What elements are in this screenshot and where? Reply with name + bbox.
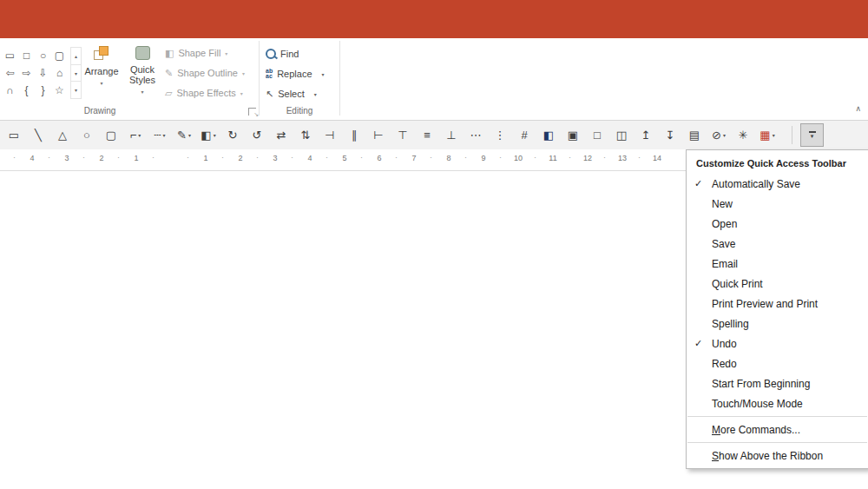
qat-customize-button[interactable]: ▾ xyxy=(800,123,824,147)
draw-pen-icon[interactable]: ✎▾ xyxy=(172,124,196,147)
overflow-caret-icon: ▾ xyxy=(811,134,814,139)
shape-cell-1-0[interactable]: ⇦ xyxy=(2,64,18,82)
shape-cell-1-1[interactable]: ⇨ xyxy=(18,64,35,82)
flip-horizontal-icon[interactable]: ⇄ xyxy=(269,124,293,147)
shape-cell-2-0[interactable]: ∩ xyxy=(2,82,18,99)
menu-item-label: Save xyxy=(710,238,735,250)
shape-cell-2-3[interactable]: ☆ xyxy=(51,82,68,99)
align-top-icon[interactable]: ⊤ xyxy=(391,124,415,147)
align-center-icon[interactable]: ∥ xyxy=(342,124,366,147)
dropdown-caret-icon: ▾ xyxy=(214,132,216,138)
shape-fill-icon[interactable]: ◧▾ xyxy=(196,124,220,147)
theme-color-icon[interactable]: ▦▾ xyxy=(755,124,779,147)
snap-to-grid-icon[interactable]: ✳ xyxy=(731,124,755,147)
find-icon xyxy=(266,49,276,59)
chevron-down-icon: ▾ xyxy=(322,71,325,77)
menu-item-label: Touch/Mouse Mode xyxy=(710,398,803,410)
menu-item-label: Automatically Save xyxy=(710,178,800,190)
rounded-rectangle-icon[interactable]: ▢ xyxy=(99,124,123,147)
shape-cell-0-0[interactable]: ▭ xyxy=(2,47,18,64)
shapes-gallery-scrollbar[interactable]: ▴ ▾ ▾ xyxy=(70,47,82,99)
send-backward-icon[interactable]: ↧ xyxy=(658,124,682,147)
shape-cell-1-3[interactable]: ⌂ xyxy=(51,64,68,82)
flip-vertical-icon[interactable]: ⇅ xyxy=(293,124,318,147)
menu-item-automatically-save[interactable]: ✓Automatically Save xyxy=(687,174,868,194)
quick-styles-icon xyxy=(135,46,150,60)
chevron-down-icon: ▾ xyxy=(314,91,317,97)
menu-item-start-from-beginning[interactable]: Start From Beginning xyxy=(687,373,868,393)
menu-item-save[interactable]: Save xyxy=(687,234,868,254)
menu-item-open[interactable]: Open xyxy=(687,214,868,234)
gallery-scroll-up-icon[interactable]: ▴ xyxy=(70,47,82,65)
shape-cell-0-2[interactable]: ○ xyxy=(35,47,51,64)
ruler-number: 5 xyxy=(338,154,352,162)
shape-cell-0-3[interactable]: ▢ xyxy=(51,47,68,64)
shape-fill-button[interactable]: ◧ Shape Fill ▾ xyxy=(165,44,227,62)
regroup-objects-icon[interactable]: ◫ xyxy=(609,124,634,147)
distribute-vertically-icon[interactable]: ⋮ xyxy=(488,124,512,147)
menu-item-label: Undo xyxy=(710,338,737,350)
ruler-tick: · xyxy=(499,153,502,162)
find-button[interactable]: Find xyxy=(266,45,299,63)
rectangle-icon[interactable]: ▭ xyxy=(2,124,26,147)
rotate-left-icon[interactable]: ↺ xyxy=(245,124,269,147)
title-bar xyxy=(0,0,868,38)
ruler-tick: · xyxy=(430,153,432,162)
menu-item-quick-print[interactable]: Quick Print xyxy=(687,274,868,294)
ungroup-objects-icon[interactable]: □ xyxy=(585,124,609,147)
ruler-number: 4 xyxy=(303,154,317,162)
align-left-icon[interactable]: ⊣ xyxy=(318,124,342,147)
line-icon[interactable]: ╲ xyxy=(26,124,50,147)
rotate-right-icon[interactable]: ↻ xyxy=(220,124,245,147)
no-fill-icon[interactable]: ⊘▾ xyxy=(707,124,731,147)
distribute-horizontally-icon[interactable]: ⋯ xyxy=(464,124,488,147)
line-dash-style-icon[interactable]: ┄▾ xyxy=(148,124,172,147)
view-gridlines-icon[interactable]: # xyxy=(512,124,536,147)
shapes-gallery[interactable]: ▭□○▢⇦⇨⇩⌂∩{}☆ xyxy=(2,47,69,99)
ruler-number: 6 xyxy=(372,154,386,162)
ruler-tick: · xyxy=(603,153,606,162)
menu-item-email[interactable]: Email xyxy=(687,254,868,274)
shape-outline-label: Shape Outline xyxy=(177,68,238,78)
drawing-dialog-launcher[interactable]: ↘ xyxy=(248,108,256,116)
group-separator xyxy=(259,41,260,116)
shape-effects-label: Shape Effects xyxy=(176,88,235,98)
shape-outline-icon: ✎ xyxy=(165,68,173,79)
gallery-scroll-down-icon[interactable]: ▾ xyxy=(70,65,82,83)
replace-button[interactable]: ab ac Replace ▾ xyxy=(266,65,325,83)
shape-cell-0-1[interactable]: □ xyxy=(18,47,35,64)
quick-styles-button[interactable]: Quick Styles ▾ xyxy=(123,43,161,97)
shape-cell-2-2[interactable]: } xyxy=(35,82,51,99)
shape-outline-button[interactable]: ✎ Shape Outline ▾ xyxy=(165,64,245,82)
collapse-ribbon-icon[interactable]: ∧ xyxy=(855,104,861,113)
select-button[interactable]: ↖ Select ▾ xyxy=(266,85,317,102)
chevron-down-icon: ▾ xyxy=(123,87,161,97)
align-bottom-icon[interactable]: ⊥ xyxy=(439,124,464,147)
ruler-number: 3 xyxy=(60,154,74,162)
align-right-icon[interactable]: ⊢ xyxy=(366,124,391,147)
shape-cell-1-2[interactable]: ⇩ xyxy=(35,64,51,82)
triangle-icon[interactable]: △ xyxy=(50,124,75,147)
menu-item-new[interactable]: New xyxy=(687,194,868,214)
group-objects-icon[interactable]: ▣ xyxy=(561,124,585,147)
elbow-connector-icon[interactable]: ⌐▾ xyxy=(123,124,148,147)
customize-qat-menu: Customize Quick Access Toolbar ✓Automati… xyxy=(686,149,868,469)
menu-item-touch-mouse-mode[interactable]: Touch/Mouse Mode xyxy=(687,393,868,413)
ruler-number: 8 xyxy=(442,154,456,162)
bring-forward-icon[interactable]: ↥ xyxy=(634,124,658,147)
arrange-button[interactable]: Arrange ▾ xyxy=(83,43,120,89)
shape-cell-2-1[interactable]: { xyxy=(18,82,35,99)
chevron-down-icon: ▾ xyxy=(240,90,243,96)
selection-pane-icon[interactable]: ▤ xyxy=(682,124,707,147)
menu-item-redo[interactable]: Redo xyxy=(687,354,868,373)
menu-item-spelling[interactable]: Spelling xyxy=(687,314,868,334)
gallery-more-icon[interactable]: ▾ xyxy=(70,82,82,99)
oval-icon[interactable]: ○ xyxy=(75,124,99,147)
menu-item-print-preview-and-print[interactable]: Print Preview and Print xyxy=(687,294,868,314)
menu-item-undo[interactable]: ✓Undo xyxy=(687,334,868,354)
shape-effects-button[interactable]: ▱ Shape Effects ▾ xyxy=(165,84,243,102)
align-middle-icon[interactable]: ≡ xyxy=(415,124,439,147)
menu-item-show-above-the-ribbon[interactable]: Show Above the Ribbon xyxy=(687,446,868,466)
grid-settings-icon[interactable]: ◧ xyxy=(536,124,561,147)
menu-item-more-commands[interactable]: More Commands... xyxy=(687,420,868,439)
